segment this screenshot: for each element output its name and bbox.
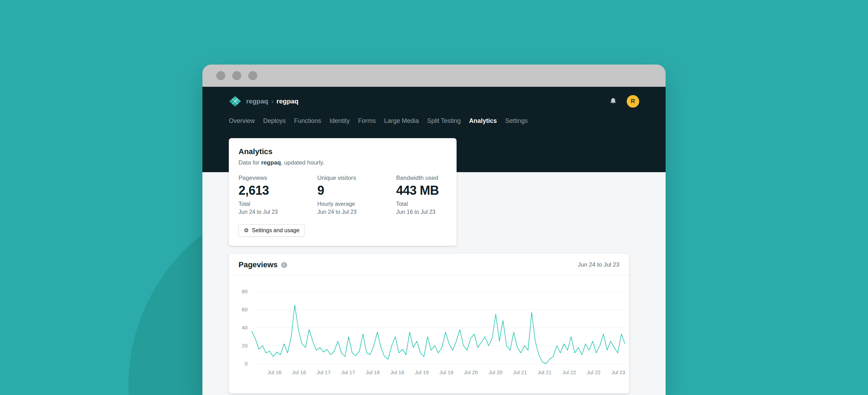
settings-button-label: Settings and usage: [252, 227, 299, 234]
svg-text:Jul 17: Jul 17: [317, 369, 331, 375]
svg-text:60: 60: [242, 306, 248, 312]
desktop-background: regpaq › regpaq R Overview Deploys Funct…: [0, 0, 868, 395]
window-control-dot[interactable]: [232, 71, 241, 80]
notifications-bell-icon[interactable]: [609, 98, 617, 105]
nav-overview[interactable]: Overview: [229, 117, 255, 128]
svg-text:Jul 17: Jul 17: [341, 369, 355, 375]
chart-area: 020406080Jul 16Jul 16Jul 17Jul 17Jul 18J…: [229, 288, 629, 379]
nav-functions[interactable]: Functions: [294, 117, 321, 128]
svg-text:Jul 16: Jul 16: [268, 369, 282, 375]
stat-label: Bandwidth used: [396, 175, 439, 182]
breadcrumb-team-link[interactable]: regpaq: [246, 98, 268, 105]
stat-sub: Total: [396, 201, 439, 207]
stat-value: 2,613: [239, 183, 317, 198]
svg-text:Jul 19: Jul 19: [415, 369, 429, 375]
analytics-summary-card: Analytics Data for regpaq, updated hourl…: [229, 138, 457, 246]
stat-range: Jun 16 to Jul 23: [396, 209, 439, 215]
window-titlebar: [202, 65, 666, 87]
nav-deploys[interactable]: Deploys: [263, 117, 286, 128]
nav-split-testing[interactable]: Split Testing: [427, 117, 461, 128]
svg-text:40: 40: [242, 325, 248, 330]
stat-unique-visitors: Unique visitors 9 Hourly average Jun 24 …: [317, 175, 396, 215]
svg-text:Jul 21: Jul 21: [513, 369, 527, 375]
breadcrumb: regpaq › regpaq: [246, 98, 299, 105]
pageviews-chart: 020406080Jul 16Jul 16Jul 17Jul 17Jul 18J…: [231, 288, 625, 379]
pageviews-date-range: Jun 24 to Jul 23: [578, 261, 619, 268]
netlify-logo-icon[interactable]: [229, 96, 241, 107]
svg-text:Jul 22: Jul 22: [562, 369, 576, 375]
analytics-card-subtitle: Data for regpaq, updated hourly.: [239, 159, 447, 166]
stat-range: Jun 24 to Jul 23: [239, 209, 317, 215]
stat-value: 9: [317, 183, 396, 198]
nav-forms[interactable]: Forms: [358, 117, 376, 128]
nav-settings[interactable]: Settings: [505, 117, 528, 128]
nav-identity[interactable]: Identity: [329, 117, 350, 128]
stat-pageviews: Pageviews 2,613 Total Jun 24 to Jul 23: [239, 175, 317, 215]
svg-text:Jul 22: Jul 22: [587, 369, 601, 375]
stats-row: Pageviews 2,613 Total Jun 24 to Jul 23 U…: [239, 175, 447, 215]
svg-text:Jul 23: Jul 23: [611, 369, 625, 375]
subtitle-suffix: , updated hourly.: [281, 159, 324, 166]
svg-text:Jul 18: Jul 18: [390, 369, 404, 375]
stat-sub: Hourly average: [317, 201, 396, 207]
stat-sub: Total: [239, 201, 317, 207]
svg-text:Jul 20: Jul 20: [489, 369, 502, 375]
svg-text:20: 20: [242, 343, 248, 348]
svg-text:Jul 18: Jul 18: [366, 369, 379, 375]
svg-text:Jul 21: Jul 21: [537, 369, 551, 375]
stat-range: Jun 24 to Jul 23: [317, 209, 396, 215]
svg-text:Jul 20: Jul 20: [464, 369, 478, 375]
breadcrumb-separator: ›: [271, 98, 273, 105]
window-control-dot[interactable]: [216, 71, 225, 80]
svg-text:Jul 16: Jul 16: [292, 369, 306, 375]
gear-icon: ⚙: [244, 228, 249, 233]
stat-bandwidth: Bandwidth used 443 MB Total Jun 16 to Ju…: [396, 175, 439, 215]
page-viewport: regpaq › regpaq R Overview Deploys Funct…: [202, 87, 666, 395]
pageviews-card-header: Pageviews i Jun 24 to Jul 23: [229, 254, 629, 275]
nav-large-media[interactable]: Large Media: [384, 117, 419, 128]
info-icon[interactable]: i: [281, 262, 287, 268]
breadcrumb-site-link[interactable]: regpaq: [276, 98, 298, 105]
window-control-dot[interactable]: [248, 71, 257, 80]
site-nav: Overview Deploys Functions Identity Form…: [229, 117, 639, 128]
pageviews-chart-card: Pageviews i Jun 24 to Jul 23 020406080Ju…: [229, 254, 629, 393]
browser-window: regpaq › regpaq R Overview Deploys Funct…: [202, 65, 666, 395]
stat-value: 443 MB: [396, 183, 439, 198]
subtitle-site-name: regpaq: [261, 159, 281, 166]
subtitle-prefix: Data for: [239, 159, 261, 166]
analytics-card-title: Analytics: [239, 147, 447, 156]
pageviews-card-title: Pageviews: [239, 260, 278, 269]
header-top-row: regpaq › regpaq R: [229, 87, 639, 109]
stat-label: Pageviews: [239, 175, 317, 182]
nav-analytics[interactable]: Analytics: [469, 117, 497, 128]
stat-label: Unique visitors: [317, 175, 396, 182]
svg-text:0: 0: [245, 361, 248, 367]
user-avatar[interactable]: R: [627, 95, 639, 108]
settings-and-usage-button[interactable]: ⚙ Settings and usage: [239, 224, 304, 237]
svg-text:80: 80: [242, 288, 248, 294]
svg-text:Jul 19: Jul 19: [440, 369, 453, 375]
